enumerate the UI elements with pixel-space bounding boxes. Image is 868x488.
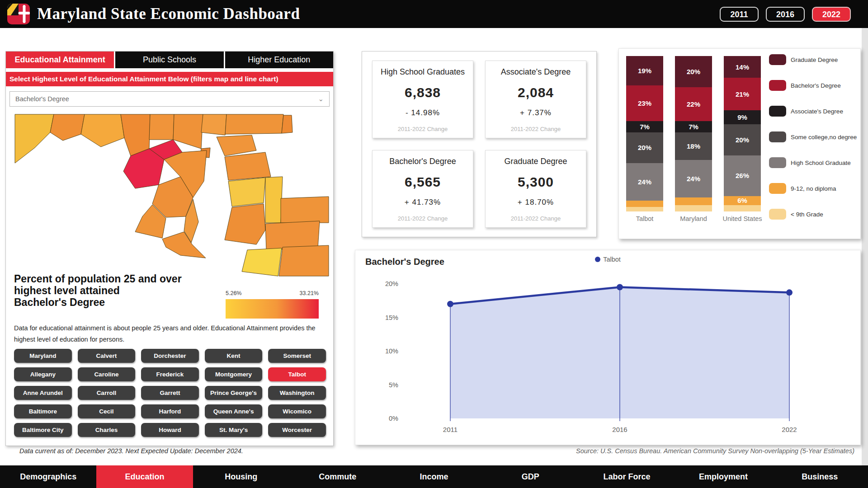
kpi-change: + 7.37% xyxy=(520,108,552,117)
county-button-baltimore-city[interactable]: Baltimore City xyxy=(14,423,72,437)
dashboard: Maryland State Economic Dashboard 201120… xyxy=(0,0,868,488)
bar-segment: 24% xyxy=(675,160,712,197)
legend-swatch xyxy=(769,80,786,91)
county-button-howard[interactable]: Howard xyxy=(141,423,199,437)
page-title: Maryland State Economic Dashboard xyxy=(37,5,300,23)
county-button-prince-george-s[interactable]: Prince George's xyxy=(205,386,263,400)
county-button-cecil[interactable]: Cecil xyxy=(78,404,136,418)
legend-swatch xyxy=(769,106,786,117)
county-button-worcester[interactable]: Worcester xyxy=(268,423,326,437)
line-chart-svg: 0%5%10%15%20%201120162022 xyxy=(355,250,860,445)
svg-text:2011: 2011 xyxy=(443,426,458,433)
nav-item-demographics[interactable]: Demographics xyxy=(0,465,96,488)
year-button-2022[interactable]: 2022 xyxy=(812,7,851,22)
tab-educational-attainment[interactable]: Educational Attainment xyxy=(6,52,114,68)
county-button-somerset[interactable]: Somerset xyxy=(268,349,326,363)
bar-category-label: Talbot xyxy=(636,215,654,222)
kpi-card-bachelor-s-degree: Bachelor's Degree6,565+ 41.73%2011-2022 … xyxy=(372,150,473,228)
legend-item-high-school-graduate: High School Graduate xyxy=(769,157,859,168)
bar-segment: 7% xyxy=(675,121,712,132)
tab-public-schools[interactable]: Public Schools xyxy=(115,52,223,68)
bar-segment: 6% xyxy=(724,196,761,206)
bar-segment: 23% xyxy=(626,85,663,121)
attainment-dropdown[interactable]: Bachelor's Degree ⌄ xyxy=(9,91,330,107)
gradient-min-label: 5.26% xyxy=(226,290,241,296)
county-button-washington[interactable]: Washington xyxy=(268,386,326,400)
bar-columns: 19%23%7%20%24%Talbot20%22%7%18%24%Maryla… xyxy=(626,56,761,222)
legend-item-associate-s-degree: Associate's Degree xyxy=(769,106,859,117)
kpi-value: 6,838 xyxy=(405,85,441,100)
bar-column-united-states[interactable]: 14%21%9%20%26%6%United States xyxy=(724,56,761,222)
kpi-title: High School Graduates xyxy=(381,67,465,77)
maryland-choropleth-map[interactable] xyxy=(12,109,331,277)
county-button-calvert[interactable]: Calvert xyxy=(78,349,136,363)
bar-segment: 19% xyxy=(626,56,663,85)
svg-text:15%: 15% xyxy=(385,314,398,321)
county-button-garrett[interactable]: Garrett xyxy=(141,386,199,400)
legend-swatch xyxy=(769,54,786,65)
kpi-caption: 2011-2022 Change xyxy=(398,215,448,222)
legend-label: Some college,no degree xyxy=(791,134,857,141)
county-button-baltimore[interactable]: Baltimore xyxy=(14,404,72,418)
tab-higher-education[interactable]: Higher Education xyxy=(225,52,333,68)
gradient-max-label: 33.21% xyxy=(300,290,319,296)
legend-label: High School Graduate xyxy=(791,160,851,166)
nav-item-income[interactable]: Income xyxy=(386,465,482,488)
bar-column-maryland[interactable]: 20%22%7%18%24%Maryland xyxy=(675,56,712,222)
top-header: Maryland State Economic Dashboard 201120… xyxy=(0,0,868,28)
bar-segment: 20% xyxy=(724,124,761,155)
bar-segment: 21% xyxy=(724,78,761,110)
nav-item-employment[interactable]: Employment xyxy=(675,465,771,488)
county-button-harford[interactable]: Harford xyxy=(141,404,199,418)
nav-item-commute[interactable]: Commute xyxy=(289,465,386,488)
county-button-st-mary-s[interactable]: St. Mary's xyxy=(205,423,263,437)
bar-segment: 18% xyxy=(675,132,712,160)
year-button-2011[interactable]: 2011 xyxy=(720,7,759,22)
legend-label: Graduate Degree xyxy=(791,56,838,63)
kpi-change: + 41.73% xyxy=(405,198,441,207)
filter-banner: Select Highest Level of Educational Atta… xyxy=(6,72,333,86)
kpi-title: Associate's Degree xyxy=(501,67,571,77)
kpi-change: + 18.70% xyxy=(518,198,554,207)
year-button-2016[interactable]: 2016 xyxy=(766,7,805,22)
legend-label: Bachelor's Degree xyxy=(791,82,841,89)
county-button-kent[interactable]: Kent xyxy=(205,349,263,363)
county-button-grid: MarylandCalvertDorchesterKentSomersetAll… xyxy=(14,349,326,437)
nav-item-business[interactable]: Business xyxy=(772,465,868,488)
county-button-carroll[interactable]: Carroll xyxy=(78,386,136,400)
kpi-value: 2,084 xyxy=(518,85,554,100)
county-button-charles[interactable]: Charles xyxy=(78,423,136,437)
kpi-panel: High School Graduates6,838- 14.98%2011-2… xyxy=(362,51,597,237)
nav-item-housing[interactable]: Housing xyxy=(193,465,289,488)
attainment-bar-chart: 19%23%7%20%24%Talbot20%22%7%18%24%Maryla… xyxy=(618,48,861,239)
county-button-dorchester[interactable]: Dorchester xyxy=(141,349,199,363)
county-button-caroline[interactable]: Caroline xyxy=(78,367,136,381)
bar-segment xyxy=(675,205,712,211)
county-button-wicomico[interactable]: Wicomico xyxy=(268,404,326,418)
county-button-frederick[interactable]: Frederick xyxy=(141,367,199,381)
bar-category-label: Maryland xyxy=(680,215,707,222)
legend-label: < 9th Grade xyxy=(791,211,823,218)
svg-text:0%: 0% xyxy=(389,415,398,422)
bar-segment: 24% xyxy=(626,163,663,201)
bar-segment xyxy=(626,207,663,211)
year-buttons: 201120162022 xyxy=(720,7,851,22)
county-button-talbot[interactable]: Talbot xyxy=(268,367,326,381)
county-button-allegany[interactable]: Allegany xyxy=(14,367,72,381)
svg-text:10%: 10% xyxy=(385,347,398,355)
legend-item--9th-grade: < 9th Grade xyxy=(769,209,859,220)
chevron-down-icon: ⌄ xyxy=(318,95,324,103)
nav-item-labor-force[interactable]: Labor Force xyxy=(579,465,675,488)
legend-item-graduate-degree: Graduate Degree xyxy=(769,54,859,65)
county-button-queen-anne-s[interactable]: Queen Anne's xyxy=(205,404,263,418)
attainment-dropdown-value: Bachelor's Degree xyxy=(15,95,69,103)
nav-item-gdp[interactable]: GDP xyxy=(482,465,579,488)
county-button-anne-arundel[interactable]: Anne Arundel xyxy=(14,386,72,400)
bar-segment: 20% xyxy=(675,56,712,87)
bar-chart-legend: Graduate DegreeBachelor's DegreeAssociat… xyxy=(769,54,859,235)
bar-column-talbot[interactable]: 19%23%7%20%24%Talbot xyxy=(626,56,663,222)
legend-label: Associate's Degree xyxy=(791,108,843,115)
county-button-montgomery[interactable]: Montgomery xyxy=(205,367,263,381)
nav-item-education[interactable]: Education xyxy=(96,465,193,488)
county-button-maryland[interactable]: Maryland xyxy=(14,349,72,363)
